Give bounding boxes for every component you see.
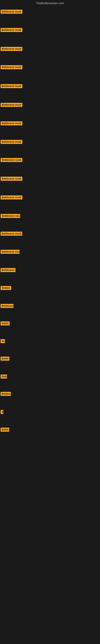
bottleneck-badge-1: Bottleneck result <box>0 10 22 14</box>
result-row-21: Bott <box>0 362 100 379</box>
result-row-5: Bottleneck result <box>0 70 100 89</box>
site-header: TheBottlenecker.com <box>0 0 100 6</box>
site-title: TheBottlenecker.com <box>0 0 100 6</box>
bottleneck-badge-24: Bottle <box>0 428 9 432</box>
bottleneck-badge-19: Bo <box>0 339 5 343</box>
result-row-12: Bottleneck resu <box>0 200 100 219</box>
bottleneck-badge-15: Bottleneck r <box>0 268 16 272</box>
result-row-22: Bottlens <box>0 379 100 397</box>
result-row-6: Bottleneck result <box>0 89 100 108</box>
result-row-24: Bottle <box>0 415 100 432</box>
bottleneck-badge-11: Bottleneck result <box>0 196 22 200</box>
result-row-14: Bottleneck resu <box>0 236 100 254</box>
bottleneck-badge-16: Bottlen <box>0 286 11 290</box>
result-row-9: Bottleneck result <box>0 145 100 163</box>
bottleneck-badge-4: Bottleneck result <box>0 65 22 69</box>
bottleneck-badge-8: Bottleneck result <box>0 140 22 144</box>
bottleneck-badge-13: Bottleneck result <box>0 232 22 236</box>
bottleneck-badge-12: Bottleneck resu <box>0 214 20 218</box>
bottleneck-badge-9: Bottleneck result <box>0 158 22 162</box>
result-row-11: Bottleneck result <box>0 182 100 200</box>
bottleneck-badge-6: Bottleneck result <box>0 103 22 107</box>
bottleneck-badge-3: Bottleneck result <box>0 47 22 51</box>
bottleneck-badge-21: Bott <box>0 374 7 378</box>
bottleneck-badge-5: Bottleneck result <box>0 84 22 88</box>
result-row-2: Bottleneck result <box>0 14 100 33</box>
bottleneck-badge-7: Bottleneck result <box>0 121 22 126</box>
result-row-16: Bottlen <box>0 273 100 291</box>
result-row-3: Bottleneck result <box>0 33 100 52</box>
bottleneck-badge-23: B <box>0 410 3 414</box>
result-row-7: Bottleneck result <box>0 108 100 126</box>
bottleneck-badge-2: Bottleneck result <box>0 28 22 32</box>
bottleneck-badge-22: Bottlens <box>0 392 11 396</box>
bottleneck-badge-10: Bottleneck result <box>0 177 22 181</box>
bottleneck-badge-17: Bottleneck <box>0 304 14 308</box>
bottleneck-badge-14: Bottleneck resu <box>0 250 20 254</box>
result-row-23: B <box>0 397 100 415</box>
result-row-19: Bo <box>0 326 100 344</box>
result-row-1: Bottleneck result <box>0 6 100 14</box>
result-row-13: Bottleneck result <box>0 219 100 236</box>
bottleneck-badge-20: Bottle <box>0 356 9 361</box>
result-row-18: Bottle <box>0 309 100 326</box>
result-row-10: Bottleneck result <box>0 163 100 182</box>
result-row-8: Bottleneck result <box>0 126 100 145</box>
results-container: Bottleneck resultBottleneck resultBottle… <box>0 6 100 432</box>
result-row-4: Bottleneck result <box>0 52 100 70</box>
result-row-17: Bottleneck <box>0 291 100 309</box>
result-row-20: Bottle <box>0 344 100 362</box>
result-row-15: Bottleneck r <box>0 254 100 273</box>
bottleneck-badge-18: Bottle <box>0 322 10 326</box>
